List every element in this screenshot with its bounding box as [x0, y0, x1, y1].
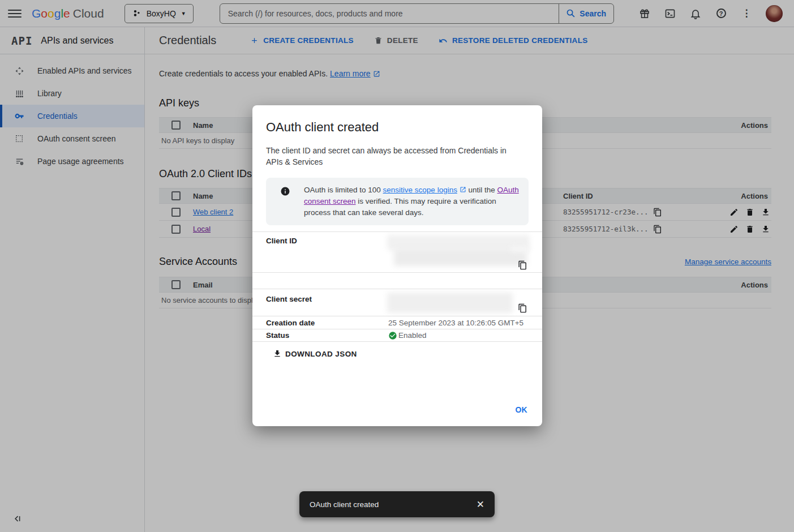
info-text-segment: until the [466, 186, 497, 194]
download-json-button[interactable]: DOWNLOAD JSON [273, 349, 542, 358]
info-icon [266, 185, 304, 218]
snackbar-message: OAuth client created [310, 500, 379, 509]
redacted-client-id-value [510, 246, 529, 252]
info-text-segment: OAuth is limited to 100 [304, 186, 383, 194]
status-row: Status Enabled [252, 329, 542, 342]
status-label: Status [266, 331, 388, 340]
redacted-client-id-value [387, 235, 530, 250]
external-link-icon [460, 186, 466, 193]
redacted-client-id-value [394, 248, 527, 266]
copy-icon[interactable] [518, 260, 527, 270]
ok-button[interactable]: OK [515, 405, 527, 414]
redacted-client-secret-value [387, 293, 513, 313]
client-id-label: Client ID [266, 232, 388, 272]
status-badge: Enabled [388, 331, 427, 340]
info-banner: OAuth is limited to 100 sensitive scope … [266, 178, 529, 225]
sensitive-scope-logins-link[interactable]: sensitive scope logins [383, 186, 457, 194]
dialog-subtitle: The client ID and secret can always be a… [252, 135, 532, 168]
client-secret-label: Client secret [266, 289, 388, 316]
snackbar: OAuth client created ✕ [299, 491, 495, 517]
status-value: Enabled [398, 331, 427, 340]
oauth-client-created-dialog: OAuth client created The client ID and s… [252, 105, 542, 426]
copy-icon[interactable] [518, 303, 527, 313]
client-secret-row: Client secret [252, 289, 542, 316]
check-circle-icon [388, 331, 397, 340]
dialog-detail-rows: Client ID Client secret [252, 231, 542, 342]
info-banner-text: OAuth is limited to 100 sensitive scope … [304, 185, 520, 218]
client-id-row: Client ID [252, 231, 542, 272]
download-json-label: DOWNLOAD JSON [285, 350, 357, 358]
creation-date-label: Creation date [266, 319, 388, 327]
dialog-title: OAuth client created [252, 105, 542, 135]
download-icon [273, 349, 282, 358]
creation-date-row: Creation date 25 September 2023 at 10:26… [252, 316, 542, 329]
creation-date-value: 25 September 2023 at 10:26:05 GMT+5 [388, 319, 542, 327]
redacted-spacer-row [252, 272, 542, 289]
close-icon[interactable]: ✕ [477, 499, 484, 510]
google-cloud-console: Google Cloud BoxyHQ ▼ Search [0, 0, 794, 532]
